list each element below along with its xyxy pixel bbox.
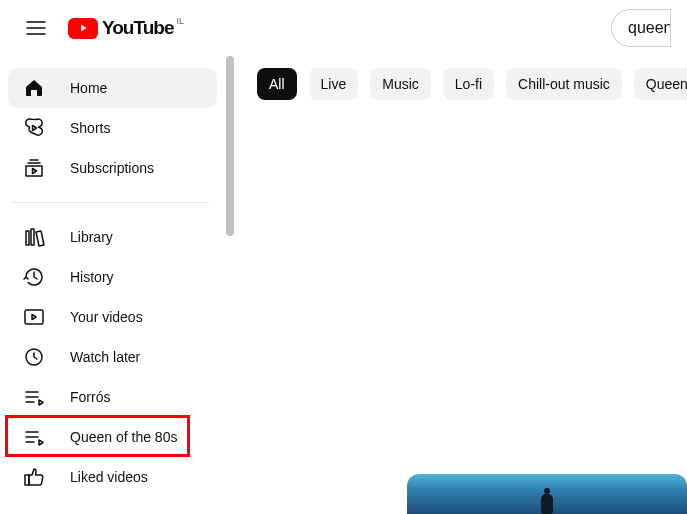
watch-later-icon: [22, 345, 46, 369]
sidebar-item-your-videos[interactable]: Your videos: [8, 297, 217, 337]
hamburger-menu-button[interactable]: [16, 8, 56, 48]
chip-all[interactable]: All: [257, 68, 297, 100]
sidebar-item-label: Liked videos: [70, 469, 148, 485]
hamburger-icon: [24, 16, 48, 40]
your-videos-icon: [22, 305, 46, 329]
playlist-icon: [22, 425, 46, 449]
history-icon: [22, 265, 46, 289]
sidebar-scrollbar[interactable]: [225, 56, 235, 514]
library-icon: [22, 225, 46, 249]
home-icon: [22, 76, 46, 100]
video-thumbnail[interactable]: [407, 474, 687, 514]
scrollbar-thumb[interactable]: [226, 56, 234, 236]
filter-chips: AllLiveMusicLo-fiChill-out musicQueen: [257, 68, 687, 100]
liked-icon: [22, 465, 46, 489]
sidebar-item-library[interactable]: Library: [8, 217, 217, 257]
logo-text: YouTube: [102, 17, 173, 39]
sidebar-item-label: Queen of the 80s: [70, 429, 177, 445]
sidebar-item-watch-later[interactable]: Watch later: [8, 337, 217, 377]
header: YouTube IL queen: [0, 0, 687, 56]
sidebar-item-forr-s[interactable]: Forrós: [8, 377, 217, 417]
chip-chill-out-music[interactable]: Chill-out music: [506, 68, 622, 100]
playlist-icon: [22, 385, 46, 409]
sidebar-item-history[interactable]: History: [8, 257, 217, 297]
sidebar-item-label: Watch later: [70, 349, 140, 365]
svg-rect-0: [25, 310, 43, 324]
youtube-play-icon: [68, 18, 98, 39]
sidebar-item-label: Library: [70, 229, 113, 245]
sidebar-item-label: Shorts: [70, 120, 110, 136]
sidebar-item-label: Home: [70, 80, 107, 96]
sidebar-item-queen-of-the-80s[interactable]: Queen of the 80s: [8, 417, 217, 457]
thumbnail-image: [541, 494, 553, 514]
sidebar: HomeShortsSubscriptions LibraryHistoryYo…: [0, 56, 225, 514]
main-content: AllLiveMusicLo-fiChill-out musicQueen: [235, 56, 687, 514]
sidebar-item-label: Your videos: [70, 309, 143, 325]
sidebar-item-label: History: [70, 269, 114, 285]
search-value: queen: [628, 19, 671, 37]
logo-region: IL: [176, 16, 184, 26]
sidebar-item-home[interactable]: Home: [8, 68, 217, 108]
subscriptions-icon: [22, 156, 46, 180]
sidebar-item-label: Forrós: [70, 389, 110, 405]
sidebar-divider: [12, 202, 209, 203]
chip-music[interactable]: Music: [370, 68, 431, 100]
shorts-icon: [22, 116, 46, 140]
sidebar-item-label: Subscriptions: [70, 160, 154, 176]
chip-lo-fi[interactable]: Lo-fi: [443, 68, 494, 100]
youtube-logo[interactable]: YouTube IL: [68, 17, 181, 39]
search-input[interactable]: queen: [611, 9, 671, 47]
sidebar-item-shorts[interactable]: Shorts: [8, 108, 217, 148]
sidebar-item-liked-videos[interactable]: Liked videos: [8, 457, 217, 497]
sidebar-item-subscriptions[interactable]: Subscriptions: [8, 148, 217, 188]
chip-live[interactable]: Live: [309, 68, 359, 100]
chip-queen[interactable]: Queen: [634, 68, 687, 100]
